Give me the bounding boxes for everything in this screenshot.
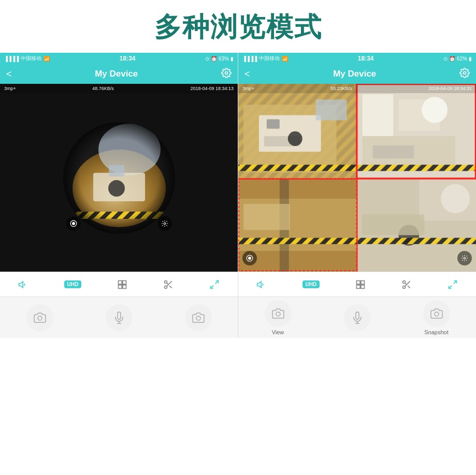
- status-right-right-items: ⊙ ⏰ 62% ▮: [443, 56, 472, 62]
- settings-button-right[interactable]: [459, 68, 470, 81]
- svg-rect-47: [362, 94, 393, 136]
- action-snap-circle-left: [185, 304, 212, 331]
- svg-point-85: [276, 312, 280, 316]
- battery-right: 62%: [457, 56, 467, 62]
- battery-icon-left: ▮: [230, 56, 234, 62]
- alarm-icon-right: ⏰: [449, 56, 455, 62]
- phones-row: ▐▐▐▐ 中国移动 📶 18:34 ⊙ ⏰ 63% ▮ < My Device: [0, 53, 476, 338]
- svg-marker-17: [19, 281, 23, 288]
- svg-rect-51: [372, 145, 414, 158]
- speed-right: 55.23KB/s: [330, 86, 352, 91]
- svg-rect-64: [357, 238, 477, 244]
- battery-icon-right: ▮: [469, 56, 472, 62]
- svg-rect-62: [419, 179, 476, 221]
- svg-point-70: [249, 257, 251, 260]
- action-snap-left[interactable]: [185, 304, 212, 331]
- back-button-right[interactable]: <: [244, 69, 250, 80]
- action-snapshot-label: Snapshot: [424, 329, 448, 335]
- action-view-circle-right: [265, 300, 292, 327]
- location-icon-right: ⊙: [443, 56, 448, 62]
- svg-line-26: [169, 286, 172, 288]
- expand-btn-right[interactable]: [443, 277, 462, 292]
- volume-btn-left[interactable]: [14, 277, 33, 292]
- svg-rect-42: [267, 120, 280, 129]
- svg-rect-75: [361, 280, 365, 284]
- svg-line-83: [454, 280, 457, 284]
- action-mic-circle-left: [106, 304, 133, 331]
- cam-btn-settings-left[interactable]: [157, 216, 172, 231]
- layout-btn-right[interactable]: [351, 277, 370, 292]
- cam-overlay-left: 3mp+ 48.76KB/s 2018-04-09 18:34:13: [0, 84, 238, 93]
- svg-point-43: [288, 131, 302, 146]
- svg-rect-20: [123, 280, 126, 284]
- quality-btn-right[interactable]: UHD: [298, 278, 324, 290]
- svg-rect-19: [119, 280, 122, 284]
- scissors-btn-right[interactable]: [397, 277, 416, 292]
- action-snapshot-right[interactable]: Snapshot: [423, 300, 450, 335]
- battery-left: 63%: [219, 56, 229, 62]
- svg-rect-57: [238, 238, 357, 244]
- svg-line-29: [211, 285, 214, 288]
- cam-btn-settings-right[interactable]: [457, 251, 472, 265]
- signal-icon-left: ▐▐▐▐: [4, 56, 19, 62]
- svg-point-88: [435, 312, 439, 316]
- svg-rect-45: [316, 99, 347, 120]
- phone-right: ▐▐▐▐ 中国移动 📶 18:34 ⊙ ⏰ 62% ▮ < My Device: [238, 53, 476, 338]
- svg-point-79: [403, 286, 406, 288]
- action-mic-right[interactable]: [344, 304, 371, 331]
- svg-point-34: [464, 71, 466, 74]
- svg-rect-63: [362, 214, 424, 235]
- wifi-icon-right: 📶: [282, 56, 288, 62]
- toolbar-left: UHD: [0, 272, 238, 296]
- status-right-left: ⊙ ⏰ 63% ▮: [205, 56, 234, 62]
- timestamp-right: 2018-04-09 18:34:31: [428, 86, 472, 91]
- action-photo-circle-left: [26, 304, 53, 331]
- action-snapshot-circle-right: [423, 300, 450, 327]
- svg-rect-77: [361, 285, 365, 289]
- status-right-left-items: ▐▐▐▐ 中国移动 📶: [242, 55, 288, 62]
- svg-line-27: [167, 283, 168, 284]
- svg-rect-52: [357, 165, 477, 171]
- quality-right: 3mp+: [242, 86, 254, 91]
- svg-line-82: [405, 283, 407, 284]
- time-right: 18:34: [358, 55, 374, 62]
- volume-btn-right[interactable]: [252, 277, 271, 292]
- svg-point-33: [196, 316, 200, 320]
- cam-btn-record-left[interactable]: [66, 216, 81, 231]
- status-left: ▐▐▐▐ 中国移动 📶: [4, 55, 50, 62]
- cam-btn-record-right[interactable]: [242, 251, 257, 265]
- expand-btn-left[interactable]: [205, 277, 224, 292]
- alarm-icon-left: ⏰: [211, 56, 217, 62]
- timestamp-left: 2018-04-09 18:34:13: [190, 86, 234, 91]
- svg-point-23: [165, 280, 167, 283]
- svg-line-28: [215, 280, 219, 284]
- settings-button-left[interactable]: [221, 68, 232, 81]
- svg-rect-58: [243, 204, 290, 230]
- svg-point-13: [63, 122, 175, 234]
- multiview-svg: [238, 84, 476, 272]
- svg-point-16: [164, 222, 166, 225]
- location-icon-left: ⊙: [205, 56, 209, 62]
- svg-rect-74: [357, 280, 360, 284]
- signal-icon-right: ▐▐▐▐: [242, 56, 257, 62]
- action-photo-left[interactable]: [26, 304, 53, 331]
- svg-line-84: [449, 285, 452, 288]
- quality-btn-left[interactable]: UHD: [60, 278, 86, 290]
- wifi-icon-left: 📶: [44, 56, 50, 62]
- svg-line-81: [408, 286, 410, 288]
- action-view-label: View: [272, 329, 284, 335]
- scissors-btn-left[interactable]: [159, 277, 178, 292]
- action-view-right[interactable]: View: [265, 300, 292, 335]
- nav-bar-right: < My Device: [238, 64, 476, 84]
- camera-area-right: 3mp+ 55.23KB/s 2018-04-09 18:34:31: [238, 84, 476, 272]
- svg-point-71: [464, 257, 466, 259]
- nav-title-left: My Device: [95, 69, 138, 79]
- back-button-left[interactable]: <: [6, 69, 12, 80]
- status-bar-left: ▐▐▐▐ 中国移动 📶 18:34 ⊙ ⏰ 63% ▮: [0, 53, 238, 64]
- layout-btn-left[interactable]: [113, 277, 132, 292]
- page-title: 多种浏览模式: [0, 0, 476, 53]
- time-left: 18:34: [120, 55, 136, 62]
- svg-marker-72: [257, 281, 261, 288]
- action-mic-left[interactable]: [106, 304, 133, 331]
- phone-left: ▐▐▐▐ 中国移动 📶 18:34 ⊙ ⏰ 63% ▮ < My Device: [0, 53, 238, 338]
